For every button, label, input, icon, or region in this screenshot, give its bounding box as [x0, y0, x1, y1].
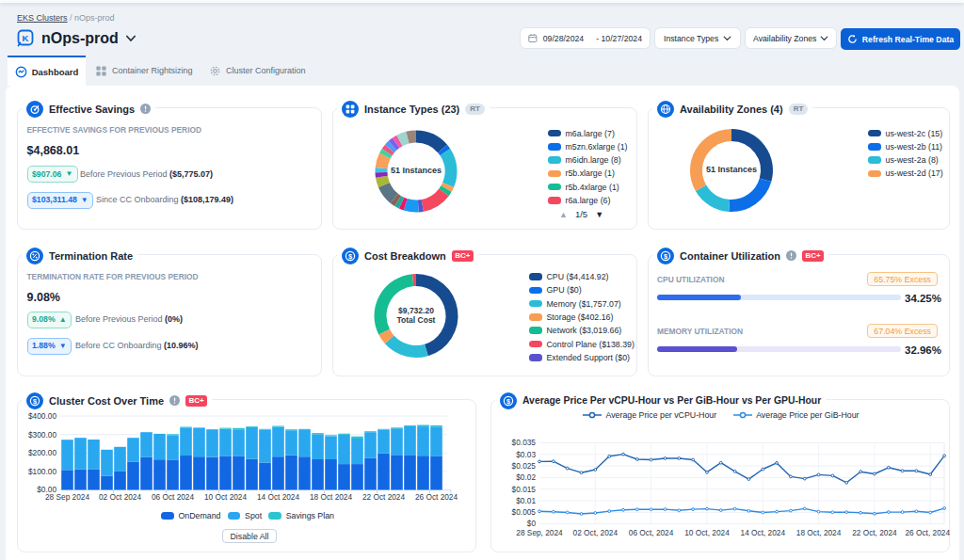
svg-text:K: K	[23, 33, 29, 43]
svg-text:06 Oct 2024: 06 Oct 2024	[152, 492, 195, 502]
svg-text:28 Sep 2024: 28 Sep 2024	[45, 492, 89, 502]
svg-text:14 Oct, 2024: 14 Oct, 2024	[741, 528, 786, 537]
svg-text:$0.01: $0.01	[516, 496, 536, 505]
svg-text:06 Oct, 2024: 06 Oct, 2024	[629, 528, 674, 537]
svg-text:18 Oct, 2024: 18 Oct, 2024	[796, 528, 842, 537]
svg-text:14 Oct 2024: 14 Oct 2024	[257, 492, 300, 502]
svg-text:$200.00: $200.00	[28, 448, 56, 457]
svg-text:02 Oct 2024: 02 Oct 2024	[99, 492, 142, 502]
svg-text:$400.00: $400.00	[28, 411, 56, 421]
svg-text:26 Oct, 2024: 26 Oct, 2024	[905, 528, 950, 537]
svg-text:28 Sep, 2024: 28 Sep, 2024	[516, 528, 563, 537]
svg-text:$: $	[664, 251, 667, 260]
svg-text:$0.015: $0.015	[512, 485, 537, 494]
svg-text:$0.005: $0.005	[512, 507, 537, 517]
svg-text:$0.025: $0.025	[512, 461, 537, 471]
svg-text:18 Oct 2024: 18 Oct 2024	[310, 492, 353, 502]
svg-text:10 Oct, 2024: 10 Oct, 2024	[684, 528, 730, 537]
svg-text:22 Oct, 2024: 22 Oct, 2024	[852, 528, 897, 537]
svg-text:22 Oct 2024: 22 Oct 2024	[362, 492, 406, 502]
svg-text:$100.00: $100.00	[28, 467, 56, 476]
svg-text:02 Oct, 2024: 02 Oct, 2024	[573, 528, 619, 537]
svg-text:$0.035: $0.035	[512, 438, 537, 447]
svg-text:$0.03: $0.03	[516, 450, 536, 459]
svg-text:10 Oct 2024: 10 Oct 2024	[204, 492, 248, 502]
svg-text:26 Oct 2024: 26 Oct 2024	[415, 492, 458, 502]
svg-text:$0.02: $0.02	[516, 472, 536, 482]
svg-text:$300.00: $300.00	[28, 430, 56, 440]
